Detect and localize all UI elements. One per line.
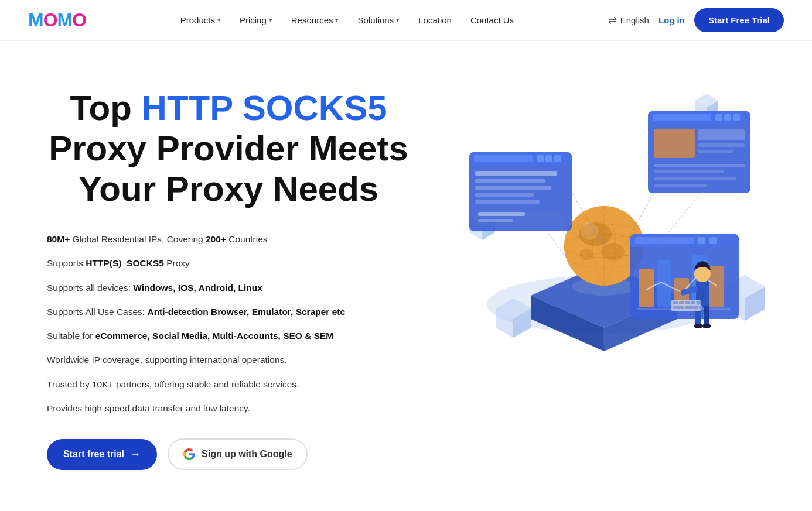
google-icon	[183, 448, 196, 461]
hero-illustration	[437, 76, 765, 357]
svg-rect-82	[673, 301, 678, 304]
hero-content: Top HTTP SOCKS5 Proxy Provider Meets You…	[47, 76, 410, 470]
svg-rect-40	[478, 212, 525, 216]
svg-rect-51	[698, 143, 745, 147]
feature-item: 80M+ Global Residential IPs, Covering 20…	[47, 232, 410, 246]
svg-rect-49	[654, 129, 695, 158]
svg-rect-84	[685, 301, 690, 304]
chevron-down-icon: ▾	[335, 16, 339, 24]
svg-rect-38	[475, 200, 540, 204]
chevron-down-icon: ▾	[396, 16, 400, 24]
svg-point-78	[694, 324, 703, 328]
feature-item: Worldwide IP coverage, supporting intern…	[47, 353, 410, 366]
feature-item: Trusted by 10K+ partners, offering stabl…	[47, 378, 410, 391]
svg-rect-87	[673, 306, 684, 309]
chevron-down-icon: ▾	[217, 16, 221, 24]
svg-rect-31	[537, 155, 544, 162]
nav-products[interactable]: Products ▾	[172, 11, 229, 30]
svg-point-79	[702, 324, 711, 328]
login-button[interactable]: Log in	[659, 15, 685, 25]
svg-rect-47	[724, 114, 731, 121]
feature-item: Supports All Use Cases: Anti-detection B…	[47, 305, 410, 318]
start-free-trial-cta-button[interactable]: Start free trial →	[47, 439, 157, 470]
logo[interactable]: MOMO	[28, 9, 86, 31]
svg-rect-89	[699, 306, 702, 309]
nav-location[interactable]: Location	[410, 11, 460, 30]
nav-pricing[interactable]: Pricing ▾	[231, 11, 281, 30]
svg-rect-30	[474, 155, 533, 162]
svg-rect-55	[654, 177, 736, 180]
svg-rect-67	[709, 266, 724, 307]
svg-rect-34	[475, 171, 557, 176]
svg-rect-33	[554, 155, 561, 162]
nav-contact[interactable]: Contact Us	[462, 11, 522, 30]
svg-rect-77	[704, 306, 709, 326]
svg-rect-63	[639, 269, 654, 307]
feature-item: Supports all devices: Windows, IOS, Andr…	[47, 281, 410, 294]
svg-rect-45	[653, 114, 711, 121]
nav-links: Products ▾ Pricing ▾ Resources ▾ Solutio…	[172, 11, 522, 30]
svg-rect-61	[698, 237, 705, 244]
svg-rect-36	[475, 186, 551, 190]
feature-item: Supports HTTP(S) SOCKS5 Proxy	[47, 256, 410, 270]
svg-rect-39	[475, 210, 566, 226]
svg-rect-54	[654, 170, 724, 173]
features-list: 80M+ Global Residential IPs, Covering 20…	[47, 232, 410, 415]
svg-rect-52	[698, 150, 733, 153]
svg-rect-83	[679, 301, 684, 304]
translate-icon: ⇌	[608, 14, 617, 27]
proxy-illustration	[437, 76, 765, 357]
nav-right: ⇌ English Log in Start Free Trial	[608, 8, 784, 32]
svg-rect-53	[654, 164, 745, 167]
svg-rect-85	[691, 301, 695, 304]
chevron-down-icon: ▾	[269, 16, 272, 24]
svg-rect-32	[545, 155, 552, 162]
hero-section: Top HTTP SOCKS5 Proxy Provider Meets You…	[0, 41, 812, 511]
svg-rect-37	[475, 193, 534, 197]
svg-rect-35	[475, 179, 545, 183]
hero-actions: Start free trial → Sign up with Google	[47, 438, 410, 470]
feature-item: Provides high-speed data transfer and lo…	[47, 402, 410, 415]
feature-item: Suitable for eCommerce, Social Media, Mu…	[47, 329, 410, 342]
illustration-svg	[437, 76, 765, 357]
svg-rect-50	[698, 129, 745, 140]
svg-point-26	[581, 222, 598, 240]
svg-rect-62	[709, 237, 717, 244]
nav-solutions[interactable]: Solutions ▾	[349, 11, 408, 30]
svg-point-20	[601, 243, 625, 260]
sign-up-google-button[interactable]: Sign up with Google	[168, 438, 308, 470]
navbar: MOMO Products ▾ Pricing ▾ Resources ▾ So…	[0, 0, 812, 41]
nav-resources[interactable]: Resources ▾	[283, 11, 347, 30]
start-free-trial-button[interactable]: Start Free Trial	[694, 8, 784, 32]
svg-rect-46	[715, 114, 722, 121]
svg-rect-41	[478, 219, 513, 222]
arrow-icon: →	[130, 448, 141, 461]
svg-rect-88	[685, 306, 698, 309]
language-selector[interactable]: ⇌ English	[608, 14, 649, 27]
svg-rect-56	[654, 184, 707, 187]
svg-rect-48	[733, 114, 740, 121]
hero-title: Top HTTP SOCKS5 Proxy Provider Meets You…	[47, 88, 410, 209]
svg-rect-86	[697, 301, 701, 304]
